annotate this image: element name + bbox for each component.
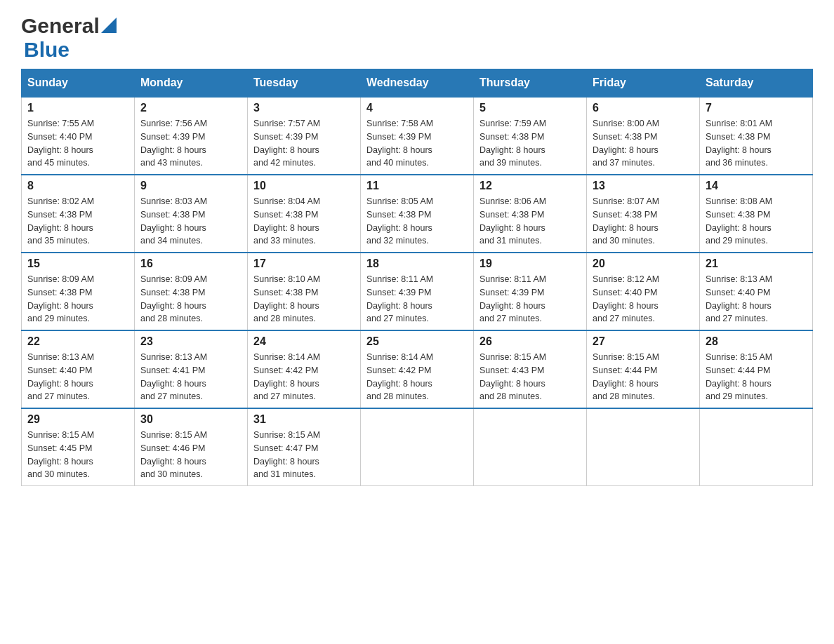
day-number: 23 — [140, 335, 241, 348]
day-info: Sunrise: 8:15 AM Sunset: 4:44 PM Dayligh… — [706, 351, 807, 403]
day-info: Sunrise: 8:02 AM Sunset: 4:38 PM Dayligh… — [27, 195, 128, 248]
day-info: Sunrise: 8:05 AM Sunset: 4:38 PM Dayligh… — [366, 195, 468, 248]
day-info: Sunrise: 8:01 AM Sunset: 4:38 PM Dayligh… — [706, 117, 807, 170]
calendar-cell: 18 Sunrise: 8:11 AM Sunset: 4:39 PM Dayl… — [361, 253, 474, 330]
day-number: 15 — [27, 257, 128, 270]
day-info: Sunrise: 8:06 AM Sunset: 4:38 PM Dayligh… — [479, 195, 581, 248]
calendar-cell: 3 Sunrise: 7:57 AM Sunset: 4:39 PM Dayli… — [248, 97, 361, 175]
day-number: 27 — [593, 335, 694, 348]
logo-blue-text: Blue — [21, 38, 70, 61]
week-row-3: 15 Sunrise: 8:09 AM Sunset: 4:38 PM Dayl… — [22, 253, 813, 330]
day-number: 14 — [706, 180, 807, 192]
day-number: 6 — [593, 102, 694, 114]
day-number: 10 — [253, 180, 355, 192]
day-info: Sunrise: 8:14 AM Sunset: 4:42 PM Dayligh… — [366, 351, 468, 403]
day-number: 25 — [366, 335, 468, 348]
calendar-cell — [361, 408, 474, 486]
calendar-cell: 4 Sunrise: 7:58 AM Sunset: 4:39 PM Dayli… — [361, 97, 474, 175]
calendar-table: SundayMondayTuesdayWednesdayThursdayFrid… — [21, 69, 813, 486]
day-info: Sunrise: 8:03 AM Sunset: 4:38 PM Dayligh… — [140, 195, 241, 248]
calendar-cell: 29 Sunrise: 8:15 AM Sunset: 4:45 PM Dayl… — [22, 408, 135, 486]
week-row-1: 1 Sunrise: 7:55 AM Sunset: 4:40 PM Dayli… — [22, 97, 813, 175]
day-number: 9 — [140, 180, 241, 192]
calendar-cell: 19 Sunrise: 8:11 AM Sunset: 4:39 PM Dayl… — [474, 253, 587, 330]
week-row-2: 8 Sunrise: 8:02 AM Sunset: 4:38 PM Dayli… — [22, 175, 813, 253]
day-info: Sunrise: 8:07 AM Sunset: 4:38 PM Dayligh… — [593, 195, 694, 248]
day-number: 3 — [253, 102, 355, 114]
calendar-cell: 11 Sunrise: 8:05 AM Sunset: 4:38 PM Dayl… — [361, 175, 474, 253]
day-info: Sunrise: 8:08 AM Sunset: 4:38 PM Dayligh… — [706, 195, 807, 248]
calendar-header-row: SundayMondayTuesdayWednesdayThursdayFrid… — [22, 69, 813, 98]
day-info: Sunrise: 8:15 AM Sunset: 4:43 PM Dayligh… — [479, 351, 581, 403]
day-info: Sunrise: 8:11 AM Sunset: 4:39 PM Dayligh… — [366, 273, 468, 326]
day-info: Sunrise: 7:57 AM Sunset: 4:39 PM Dayligh… — [253, 117, 355, 170]
calendar-cell: 10 Sunrise: 8:04 AM Sunset: 4:38 PM Dayl… — [248, 175, 361, 253]
column-header-monday: Monday — [135, 69, 248, 98]
day-number: 1 — [27, 102, 128, 114]
day-info: Sunrise: 7:58 AM Sunset: 4:39 PM Dayligh… — [366, 117, 468, 170]
calendar-cell: 22 Sunrise: 8:13 AM Sunset: 4:40 PM Dayl… — [22, 330, 135, 408]
calendar-cell — [474, 408, 587, 486]
day-info: Sunrise: 8:15 AM Sunset: 4:45 PM Dayligh… — [27, 429, 128, 481]
calendar-cell: 23 Sunrise: 8:13 AM Sunset: 4:41 PM Dayl… — [135, 330, 248, 408]
day-info: Sunrise: 7:56 AM Sunset: 4:39 PM Dayligh… — [140, 117, 241, 170]
day-number: 7 — [706, 102, 807, 114]
day-info: Sunrise: 8:14 AM Sunset: 4:42 PM Dayligh… — [253, 351, 355, 403]
calendar-cell: 7 Sunrise: 8:01 AM Sunset: 4:38 PM Dayli… — [700, 97, 813, 175]
logo: General Blue — [21, 14, 117, 62]
day-info: Sunrise: 8:04 AM Sunset: 4:38 PM Dayligh… — [253, 195, 355, 248]
column-header-tuesday: Tuesday — [248, 69, 361, 98]
calendar-cell: 31 Sunrise: 8:15 AM Sunset: 4:47 PM Dayl… — [248, 408, 361, 486]
day-info: Sunrise: 8:13 AM Sunset: 4:40 PM Dayligh… — [706, 273, 807, 326]
day-number: 11 — [366, 180, 468, 192]
day-info: Sunrise: 8:15 AM Sunset: 4:44 PM Dayligh… — [593, 351, 694, 403]
day-number: 28 — [706, 335, 807, 348]
day-number: 24 — [253, 335, 355, 348]
calendar-cell: 21 Sunrise: 8:13 AM Sunset: 4:40 PM Dayl… — [700, 253, 813, 330]
column-header-saturday: Saturday — [700, 69, 813, 98]
day-number: 21 — [706, 257, 807, 270]
day-info: Sunrise: 7:55 AM Sunset: 4:40 PM Dayligh… — [27, 117, 128, 170]
calendar-cell: 27 Sunrise: 8:15 AM Sunset: 4:44 PM Dayl… — [587, 330, 700, 408]
day-number: 30 — [140, 413, 241, 426]
day-number: 31 — [253, 413, 355, 426]
calendar-cell: 8 Sunrise: 8:02 AM Sunset: 4:38 PM Dayli… — [22, 175, 135, 253]
calendar-cell: 14 Sunrise: 8:08 AM Sunset: 4:38 PM Dayl… — [700, 175, 813, 253]
day-number: 2 — [140, 102, 241, 114]
calendar-cell: 28 Sunrise: 8:15 AM Sunset: 4:44 PM Dayl… — [700, 330, 813, 408]
day-info: Sunrise: 8:09 AM Sunset: 4:38 PM Dayligh… — [140, 273, 241, 326]
day-number: 29 — [27, 413, 128, 426]
calendar-cell: 5 Sunrise: 7:59 AM Sunset: 4:38 PM Dayli… — [474, 97, 587, 175]
calendar-cell: 2 Sunrise: 7:56 AM Sunset: 4:39 PM Dayli… — [135, 97, 248, 175]
day-number: 12 — [479, 180, 581, 192]
day-info: Sunrise: 8:09 AM Sunset: 4:38 PM Dayligh… — [27, 273, 128, 326]
day-number: 13 — [593, 180, 694, 192]
day-info: Sunrise: 8:15 AM Sunset: 4:46 PM Dayligh… — [140, 429, 241, 481]
day-number: 17 — [253, 257, 355, 270]
day-info: Sunrise: 8:13 AM Sunset: 4:41 PM Dayligh… — [140, 351, 241, 403]
day-number: 8 — [27, 180, 128, 192]
calendar-cell: 16 Sunrise: 8:09 AM Sunset: 4:38 PM Dayl… — [135, 253, 248, 330]
day-number: 16 — [140, 257, 241, 270]
logo-general-text: General — [21, 14, 100, 38]
day-number: 26 — [479, 335, 581, 348]
day-number: 4 — [366, 102, 468, 114]
calendar-cell: 20 Sunrise: 8:12 AM Sunset: 4:40 PM Dayl… — [587, 253, 700, 330]
day-number: 5 — [479, 102, 581, 114]
page-header: General Blue — [21, 14, 813, 62]
calendar-cell: 30 Sunrise: 8:15 AM Sunset: 4:46 PM Dayl… — [135, 408, 248, 486]
day-info: Sunrise: 8:12 AM Sunset: 4:40 PM Dayligh… — [593, 273, 694, 326]
day-number: 20 — [593, 257, 694, 270]
calendar-cell: 17 Sunrise: 8:10 AM Sunset: 4:38 PM Dayl… — [248, 253, 361, 330]
column-header-sunday: Sunday — [22, 69, 135, 98]
week-row-4: 22 Sunrise: 8:13 AM Sunset: 4:40 PM Dayl… — [22, 330, 813, 408]
day-info: Sunrise: 8:11 AM Sunset: 4:39 PM Dayligh… — [479, 273, 581, 326]
day-number: 18 — [366, 257, 468, 270]
column-header-thursday: Thursday — [474, 69, 587, 98]
day-info: Sunrise: 8:00 AM Sunset: 4:38 PM Dayligh… — [593, 117, 694, 170]
calendar-cell: 26 Sunrise: 8:15 AM Sunset: 4:43 PM Dayl… — [474, 330, 587, 408]
column-header-wednesday: Wednesday — [361, 69, 474, 98]
day-info: Sunrise: 8:10 AM Sunset: 4:38 PM Dayligh… — [253, 273, 355, 326]
calendar-cell: 15 Sunrise: 8:09 AM Sunset: 4:38 PM Dayl… — [22, 253, 135, 330]
calendar-cell: 13 Sunrise: 8:07 AM Sunset: 4:38 PM Dayl… — [587, 175, 700, 253]
